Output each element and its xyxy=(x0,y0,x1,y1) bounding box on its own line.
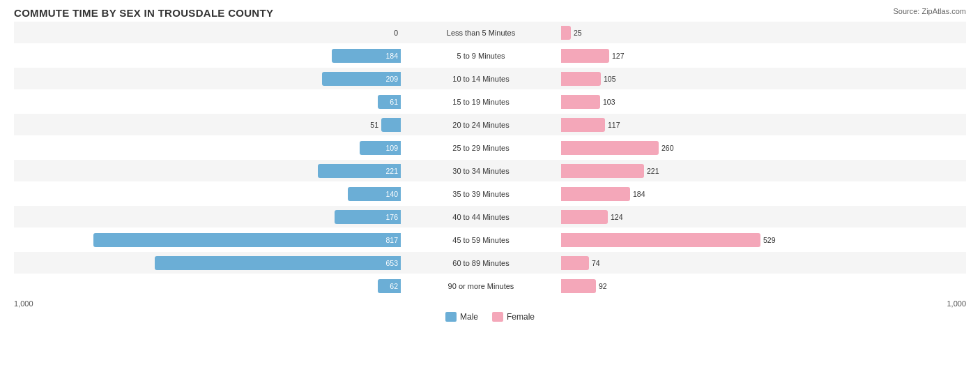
female-value: 529 xyxy=(763,236,776,244)
left-section: 221 xyxy=(14,160,401,181)
male-value: 0 xyxy=(394,29,398,37)
left-section: 61 xyxy=(14,91,401,112)
female-bar xyxy=(561,279,596,293)
male-value: 62 xyxy=(390,282,398,290)
legend: Male Female xyxy=(14,312,966,322)
female-value: 117 xyxy=(608,121,620,129)
male-value: 817 xyxy=(385,236,398,244)
female-bar xyxy=(561,141,659,155)
bottom-area: 1,000 1,000 Male Female xyxy=(14,299,966,322)
female-value: 105 xyxy=(604,75,616,83)
left-section: 140 xyxy=(14,183,401,204)
male-value: 109 xyxy=(385,144,398,152)
bars-area: 0Less than 5 Minutes251845 to 9 Minutes1… xyxy=(14,22,966,297)
chart-row: 10925 to 29 Minutes260 xyxy=(14,137,966,158)
male-value: 653 xyxy=(385,259,398,267)
source-text: Source: ZipAtlas.com xyxy=(893,7,966,15)
left-section: 176 xyxy=(14,206,401,228)
female-bar xyxy=(561,210,608,224)
right-section: 103 xyxy=(561,91,948,112)
right-section: 74 xyxy=(561,252,948,274)
chart-row: 81745 to 59 Minutes529 xyxy=(14,229,966,251)
female-value: 184 xyxy=(633,190,645,198)
row-label: 45 to 59 Minutes xyxy=(401,236,561,244)
female-bar xyxy=(561,95,600,109)
chart-row: 20910 to 14 Minutes105 xyxy=(14,68,966,89)
female-value: 124 xyxy=(611,213,623,221)
row-label: 60 to 89 Minutes xyxy=(401,259,561,267)
chart-row: 22130 to 34 Minutes221 xyxy=(14,160,966,181)
axis-left-label: 1,000 xyxy=(14,299,33,308)
legend-female: Female xyxy=(492,312,535,322)
row-label: 40 to 44 Minutes xyxy=(401,213,561,221)
row-label: 25 to 29 Minutes xyxy=(401,144,561,152)
legend-female-box xyxy=(492,312,503,322)
right-section: 127 xyxy=(561,45,948,66)
legend-female-label: Female xyxy=(507,312,535,322)
row-label: Less than 5 Minutes xyxy=(401,29,561,37)
left-section: 0 xyxy=(14,22,401,43)
axis-right-label: 1,000 xyxy=(947,299,966,308)
male-bar xyxy=(155,256,401,270)
left-section: 653 xyxy=(14,252,401,274)
left-section: 209 xyxy=(14,68,401,89)
right-section: 117 xyxy=(561,114,948,135)
male-value: 61 xyxy=(390,98,398,106)
row-label: 10 to 14 Minutes xyxy=(401,75,561,83)
row-label: 20 to 24 Minutes xyxy=(401,121,561,129)
female-value: 221 xyxy=(647,167,659,175)
left-section: 817 xyxy=(14,229,401,251)
female-bar xyxy=(561,256,589,270)
male-value: 184 xyxy=(385,52,398,60)
female-value: 92 xyxy=(599,282,607,290)
female-value: 260 xyxy=(661,144,674,152)
right-section: 105 xyxy=(561,68,948,89)
legend-male-box xyxy=(445,312,457,322)
female-value: 74 xyxy=(592,259,600,267)
male-bar xyxy=(93,233,401,247)
male-value: 176 xyxy=(385,213,398,221)
female-value: 25 xyxy=(574,29,582,37)
female-bar xyxy=(561,118,605,132)
right-section: 221 xyxy=(561,160,948,181)
female-bar xyxy=(561,164,644,178)
row-label: 5 to 9 Minutes xyxy=(401,52,561,60)
right-section: 25 xyxy=(561,22,948,43)
female-bar xyxy=(561,26,571,40)
right-section: 124 xyxy=(561,206,948,228)
chart-row: 14035 to 39 Minutes184 xyxy=(14,183,966,204)
chart-row: 0Less than 5 Minutes25 xyxy=(14,22,966,43)
male-value: 221 xyxy=(385,167,398,175)
female-bar xyxy=(561,233,760,247)
chart-row: 65360 to 89 Minutes74 xyxy=(14,252,966,274)
female-bar xyxy=(561,49,609,63)
right-section: 92 xyxy=(561,275,948,297)
right-section: 529 xyxy=(561,229,948,251)
male-value: 51 xyxy=(370,121,378,129)
male-value: 209 xyxy=(385,75,398,83)
male-value: 140 xyxy=(385,190,398,198)
chart-row: 6290 or more Minutes92 xyxy=(14,275,966,297)
legend-male: Male xyxy=(445,312,478,322)
female-value: 127 xyxy=(612,52,625,60)
chart-row: 6115 to 19 Minutes103 xyxy=(14,91,966,112)
row-label: 90 or more Minutes xyxy=(401,282,561,290)
female-value: 103 xyxy=(603,98,615,106)
chart-title: COMMUTE TIME BY SEX IN TROUSDALE COUNTY xyxy=(14,7,966,19)
left-section: 51 xyxy=(14,114,401,135)
row-label: 15 to 19 Minutes xyxy=(401,98,561,106)
right-section: 260 xyxy=(561,137,948,158)
chart-container: COMMUTE TIME BY SEX IN TROUSDALE COUNTY … xyxy=(0,0,980,365)
left-section: 62 xyxy=(14,275,401,297)
chart-row: 5120 to 24 Minutes117 xyxy=(14,114,966,135)
right-section: 184 xyxy=(561,183,948,204)
legend-male-label: Male xyxy=(460,312,478,322)
chart-row: 17640 to 44 Minutes124 xyxy=(14,206,966,228)
left-section: 184 xyxy=(14,45,401,66)
female-bar xyxy=(561,72,601,86)
chart-row: 1845 to 9 Minutes127 xyxy=(14,45,966,66)
row-label: 30 to 34 Minutes xyxy=(401,167,561,175)
male-bar xyxy=(381,118,401,132)
left-section: 109 xyxy=(14,137,401,158)
female-bar xyxy=(561,187,630,201)
